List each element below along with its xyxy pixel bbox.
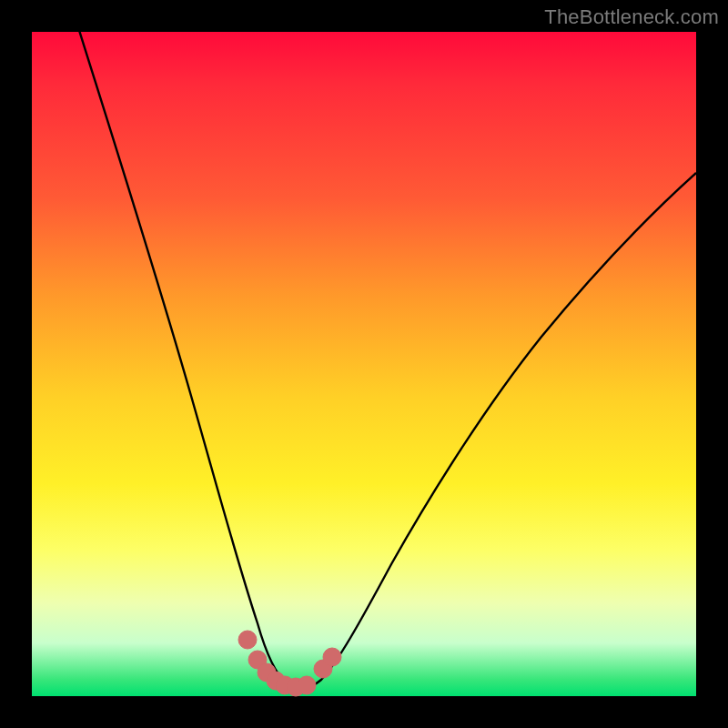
bottleneck-curve	[68, 0, 696, 689]
marker-dots	[238, 631, 341, 696]
chart-frame: TheBottleneck.com	[0, 0, 728, 728]
svg-point-6	[298, 676, 316, 694]
svg-point-0	[238, 631, 257, 649]
svg-point-8	[323, 648, 341, 666]
watermark-text: TheBottleneck.com	[544, 5, 719, 29]
plot-area	[32, 32, 696, 696]
curve-layer	[32, 32, 696, 696]
